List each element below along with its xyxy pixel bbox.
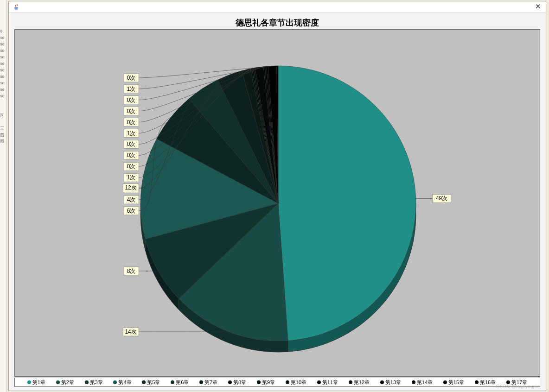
legend-item: 第5章 bbox=[142, 379, 160, 386]
chart-panel: 德思礼各章节出现密度 49次0次1次0次0次0次1次0次0次0次1次3次4次6次… bbox=[13, 15, 542, 387]
legend-label: 第5章 bbox=[147, 379, 160, 386]
background-strip-item: 图 bbox=[0, 132, 6, 138]
background-strip-item: se bbox=[0, 54, 6, 60]
chart-legend: 第1章第2章第3章第4章第5章第6章第7章第8章第9章第10章第11章第12章第… bbox=[14, 378, 540, 387]
legend-item: 第14章 bbox=[412, 379, 433, 386]
slice-label: 0次 bbox=[127, 163, 136, 170]
background-strip-item: se bbox=[0, 73, 6, 80]
background-strip-item: 三 bbox=[0, 125, 6, 132]
legend-swatch bbox=[317, 380, 321, 384]
legend-label: 第15章 bbox=[448, 379, 464, 386]
close-icon[interactable]: ✕ bbox=[534, 3, 542, 11]
legend-swatch bbox=[85, 380, 89, 384]
legend-swatch bbox=[380, 380, 384, 384]
legend-item: 第13章 bbox=[380, 379, 401, 386]
title-bar-left bbox=[13, 3, 23, 11]
legend-swatch bbox=[506, 380, 510, 384]
chart-plot-area: 49次0次1次0次0次0次1次0次0次0次1次3次4次6次12次8次14次 bbox=[14, 29, 540, 377]
legend-item: 第7章 bbox=[199, 379, 217, 386]
legend-item: 第1章 bbox=[27, 379, 45, 386]
legend-swatch bbox=[412, 380, 415, 384]
slice-label: 0次 bbox=[127, 119, 136, 126]
legend-swatch bbox=[228, 380, 232, 384]
title-bar[interactable]: ✕ bbox=[9, 1, 546, 13]
background-window-strip: 8sesesesesesesesesese区三图图 bbox=[0, 0, 6, 392]
background-strip-item: se bbox=[0, 47, 6, 54]
slice-label: 14次 bbox=[125, 329, 136, 335]
legend-swatch bbox=[475, 380, 479, 384]
legend-swatch bbox=[286, 380, 289, 384]
legend-label: 第9章 bbox=[262, 379, 275, 386]
legend-swatch bbox=[257, 380, 261, 384]
background-strip-item bbox=[0, 106, 6, 112]
legend-item: 第11章 bbox=[317, 379, 338, 386]
pie-slice bbox=[278, 66, 416, 341]
legend-swatch bbox=[349, 380, 352, 384]
background-strip-item: se bbox=[0, 93, 6, 99]
legend-label: 第4章 bbox=[118, 379, 131, 386]
background-strip-item: 图 bbox=[0, 138, 6, 145]
background-strip-item: se bbox=[0, 86, 6, 93]
legend-label: 第8章 bbox=[233, 379, 246, 386]
pie-chart: 49次0次1次0次0次0次1次0次0次0次1次3次4次6次12次8次14次 bbox=[15, 30, 540, 376]
slice-label: 6次 bbox=[127, 208, 136, 214]
legend-swatch bbox=[56, 380, 60, 384]
legend-item: 第10章 bbox=[286, 379, 306, 386]
background-strip-item: se bbox=[0, 60, 6, 67]
legend-swatch bbox=[142, 380, 146, 384]
legend-item: 第9章 bbox=[257, 379, 275, 386]
legend-swatch bbox=[199, 380, 203, 384]
legend-label: 第11章 bbox=[322, 379, 338, 386]
legend-item: 第2章 bbox=[56, 379, 74, 386]
legend-item: 第8章 bbox=[228, 379, 246, 386]
slice-label: 12次 bbox=[125, 184, 136, 191]
legend-label: 第10章 bbox=[291, 379, 306, 386]
java-window: ✕ 德思礼各章节出现密度 49次0次1次0次0次0次1次0次0次0次1次3次4次… bbox=[8, 1, 546, 391]
background-strip-item: se bbox=[0, 80, 6, 86]
background-strip-item: se bbox=[0, 34, 6, 41]
legend-label: 第6章 bbox=[176, 379, 189, 386]
slice-label: 1次 bbox=[127, 174, 136, 181]
legend-swatch bbox=[27, 380, 31, 384]
legend-label: 第7章 bbox=[204, 379, 217, 386]
slice-label: 0次 bbox=[127, 141, 136, 147]
legend-label: 第13章 bbox=[385, 379, 401, 386]
slice-label: 49次 bbox=[436, 195, 447, 202]
chart-title: 德思礼各章节出现密度 bbox=[13, 17, 542, 28]
slice-label: 1次 bbox=[127, 130, 136, 137]
java-icon bbox=[13, 3, 20, 11]
slice-label: 0次 bbox=[127, 97, 136, 103]
legend-label: 第14章 bbox=[417, 379, 433, 386]
background-strip-item bbox=[0, 99, 6, 106]
legend-item: 第16章 bbox=[475, 379, 496, 386]
background-strip-item bbox=[0, 119, 6, 125]
legend-label: 第2章 bbox=[61, 379, 74, 386]
slice-label: 8次 bbox=[127, 268, 136, 274]
legend-label: 第17章 bbox=[511, 379, 527, 386]
legend-item: 第3章 bbox=[85, 379, 103, 386]
legend-item: 第17章 bbox=[506, 379, 527, 386]
legend-swatch bbox=[113, 380, 117, 384]
legend-item: 第12章 bbox=[349, 379, 370, 386]
legend-item: 第4章 bbox=[113, 379, 131, 386]
slice-label: 0次 bbox=[127, 75, 136, 81]
legend-label: 第12章 bbox=[354, 379, 370, 386]
legend-label: 第3章 bbox=[90, 379, 103, 386]
slice-label: 0次 bbox=[127, 108, 136, 114]
legend-item: 第6章 bbox=[171, 379, 189, 386]
legend-label: 第16章 bbox=[480, 379, 496, 386]
legend-swatch bbox=[443, 380, 447, 384]
slice-label: 4次 bbox=[127, 196, 136, 203]
background-strip-item: 区 bbox=[0, 112, 6, 119]
slice-label: 0次 bbox=[127, 152, 136, 158]
background-strip-item: se bbox=[0, 67, 6, 73]
background-strip-item: 8 bbox=[0, 28, 6, 34]
legend-label: 第1章 bbox=[32, 379, 45, 386]
background-strip-item: se bbox=[0, 41, 6, 47]
slice-label: 1次 bbox=[127, 86, 136, 92]
legend-item: 第15章 bbox=[443, 379, 464, 386]
legend-swatch bbox=[171, 380, 174, 384]
